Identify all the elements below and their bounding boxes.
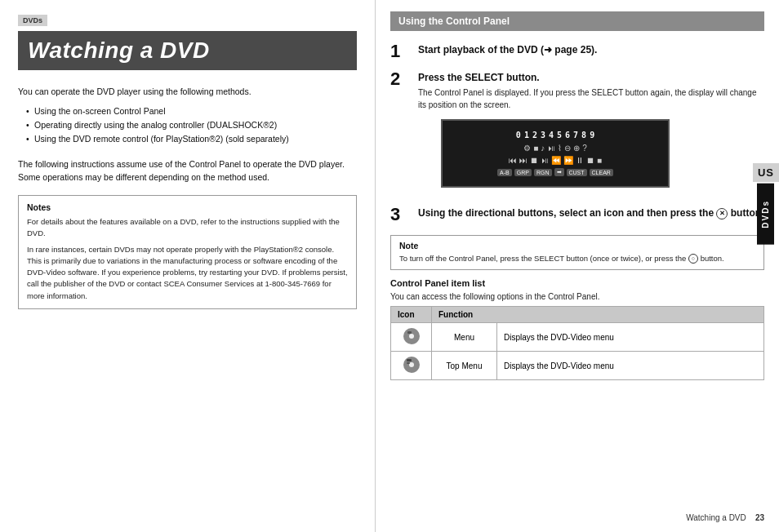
- left-panel: DVDs Watching a DVD You can operate the …: [0, 0, 376, 532]
- step-1-number: 1: [390, 42, 413, 60]
- side-tab: US DVDs: [753, 163, 779, 245]
- table-cell-menu-name: Menu: [432, 323, 497, 352]
- note-text-content: To turn off the Control Panel, press the…: [399, 254, 686, 263]
- table-header-function: Function: [432, 307, 764, 323]
- page-title-box: Watching a DVD: [18, 31, 357, 70]
- section-header: Using the Control Panel: [390, 11, 764, 31]
- circle-button-icon: ○: [688, 254, 698, 264]
- cp-digits-row: 0 1 2 3 4 5 6 7 8 9: [456, 131, 655, 140]
- side-tab-dvds: DVDs: [757, 184, 774, 245]
- cp-symbols-row1: ⚙ ■ ♪ ⏯ ⌇ ⊖ ⊕ ?: [456, 144, 655, 153]
- note-text: To turn off the Control Panel, press the…: [399, 253, 755, 264]
- section-label: DVDs: [18, 15, 47, 26]
- note-item-1: For details about the features available…: [27, 216, 348, 240]
- cp-bottom-row: A-B GRP RGN ➡ CUST CLEAR: [456, 168, 655, 176]
- table-header-icon: Icon: [391, 307, 432, 323]
- step-2-title: Press the SELECT button.: [418, 72, 764, 83]
- table-cell-topmenu-name: Top Menu: [432, 352, 497, 380]
- table-cell-topmenu-function: Displays the DVD-Video menu: [497, 352, 764, 380]
- svg-rect-5: [407, 359, 412, 361]
- following-text: The following instructions assume use of…: [18, 157, 357, 184]
- footer-page: 23: [755, 513, 764, 522]
- page-title: Watching a DVD: [28, 38, 210, 63]
- step-3-title: Using the directional buttons, select an…: [418, 207, 764, 219]
- step-2: 2 Press the SELECT button. The Control P…: [390, 72, 764, 196]
- step-1-title: Start playback of the DVD (➜ page 25).: [418, 44, 764, 55]
- cp-list-title: Control Panel item list: [390, 278, 764, 288]
- top-menu-icon: [403, 356, 421, 374]
- table-header-row: Icon Function: [391, 307, 764, 323]
- step-3-title-text: Using the directional buttons, select an…: [418, 207, 714, 219]
- svg-rect-6: [407, 362, 410, 364]
- note-title: Note: [399, 241, 755, 250]
- step-3: 3 Using the directional buttons, select …: [390, 207, 764, 224]
- notes-title: Notes: [27, 202, 348, 212]
- list-item: Using the DVD remote control (for PlaySt…: [26, 132, 357, 146]
- note-box: Note To turn off the Control Panel, pres…: [390, 235, 764, 270]
- table-cell-menu-function: Displays the DVD-Video menu: [497, 323, 764, 352]
- note-item-2: In rare instances, certain DVDs may not …: [27, 244, 348, 302]
- intro-text: You can operate the DVD player using the…: [18, 85, 357, 98]
- control-panel-table: Icon Function Menu Displays the DVD-Vide…: [390, 306, 764, 380]
- list-item: Operating directly using the analog cont…: [26, 118, 357, 132]
- side-tab-us: US: [753, 163, 779, 182]
- control-panel-image: 0 1 2 3 4 5 6 7 8 9 ⚙ ■ ♪ ⏯ ⌇ ⊖: [441, 119, 670, 188]
- x-button-icon: ✕: [716, 208, 728, 219]
- cp-list-desc: You can access the following options in …: [390, 292, 764, 301]
- step-1-content: Start playback of the DVD (➜ page 25).: [418, 44, 764, 59]
- right-panel: Using the Control Panel 1 Start playback…: [376, 0, 779, 532]
- step-1: 1 Start playback of the DVD (➜ page 25).: [390, 44, 764, 60]
- step-3-number: 3: [390, 206, 413, 224]
- step-2-body: The Control Panel is displayed. If you p…: [418, 86, 764, 111]
- list-item: Using the on-screen Control Panel: [26, 104, 357, 118]
- note-suffix: button.: [701, 254, 724, 263]
- menu-icon: [403, 327, 421, 345]
- table-row: Top Menu Displays the DVD-Video menu: [391, 352, 764, 380]
- table-row: Menu Displays the DVD-Video menu: [391, 323, 764, 352]
- step-2-number: 2: [390, 70, 413, 88]
- footer-text: Watching a DVD: [686, 513, 746, 522]
- notes-content: For details about the features available…: [27, 216, 348, 302]
- footer: Watching a DVD 23: [686, 513, 764, 522]
- icon-cell-top-menu: [391, 352, 432, 380]
- svg-point-1: [409, 334, 414, 339]
- svg-rect-2: [407, 331, 412, 334]
- notes-box: Notes For details about the features ava…: [18, 195, 357, 309]
- step-2-content: Press the SELECT button. The Control Pan…: [418, 72, 764, 196]
- bullet-list: Using the on-screen Control Panel Operat…: [26, 104, 357, 145]
- cp-symbols-row2: ⏮ ⏭ ⏹ ⏯ ⏪ ⏩ ⏸ ⏹ ■: [456, 156, 655, 165]
- icon-cell-menu: [391, 323, 432, 352]
- step-3-content: Using the directional buttons, select an…: [418, 207, 764, 223]
